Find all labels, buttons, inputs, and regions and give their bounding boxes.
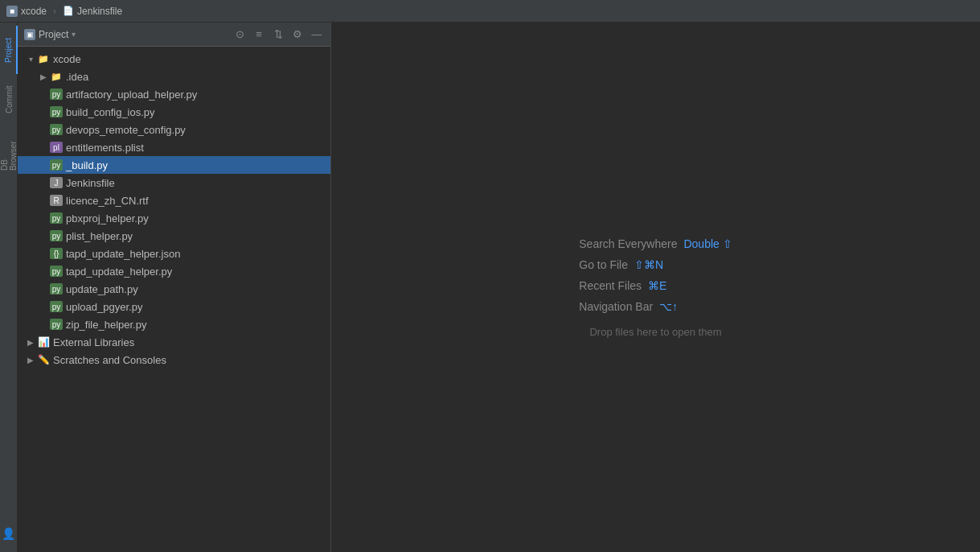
hint-shortcut-nav: ⌥↑ — [659, 300, 678, 313]
hint-label-recent: Recent Files — [579, 279, 642, 292]
title-bar-file-name: Jenkinsfile — [77, 6, 122, 17]
tree-item-upload-pgyer[interactable]: ▶ py upload_pgyer.py — [18, 298, 330, 315]
tree-item-tapd-py[interactable]: ▶ py tapd_update_helper.py — [18, 262, 330, 280]
folder-icon-xcode: 📁 — [37, 52, 50, 65]
title-bar-separator: › — [53, 6, 56, 17]
scratch-icon-scratches: ✏️ — [37, 353, 50, 366]
py-icon-update-path: py — [50, 283, 63, 295]
sidebar-icons: Project Commit DB Browser 👤 — [0, 23, 18, 552]
title-bar: ■ xcode › 📄 Jenkinsfile — [0, 0, 980, 23]
title-bar-file: 📄 Jenkinsfile — [63, 6, 122, 17]
settings-button[interactable]: ⚙ — [290, 27, 305, 42]
hint-shortcut-search: Double ⇧ — [683, 237, 732, 250]
panel-title-icon: ▣ — [24, 29, 35, 40]
file-name-upload-pgyer: upload_pgyer.py — [66, 301, 142, 313]
flatten-button[interactable]: ≡ — [252, 27, 266, 42]
tree-item-zip-helper[interactable]: ▶ py zip_file_helper.py — [18, 315, 330, 333]
hint-label-search: Search Everywhere — [579, 237, 677, 250]
sidebar-item-bottom[interactable]: 👤 — [0, 521, 18, 546]
arrow-xcode: ▾ — [24, 52, 37, 65]
file-tree: ▾ 📁 xcode ▶ 📁 .idea ▶ py artifactory_upl… — [18, 47, 330, 552]
hint-label-goto: Go to File — [579, 258, 628, 271]
title-bar-file-icon: 📄 — [63, 6, 74, 16]
file-name-external-libs: External Libraries — [53, 336, 134, 348]
file-name-pbxproj: pbxproj_helper.py — [66, 212, 149, 225]
panel-title: ▣ Project ▾ — [24, 29, 76, 40]
file-name-devops: devops_remote_config.py — [66, 124, 186, 136]
tree-item-update-path[interactable]: ▶ py update_path.py — [18, 280, 330, 298]
file-name-update-path: update_path.py — [66, 283, 138, 295]
project-window-icon: ■ — [6, 6, 18, 17]
tree-item-tapd-json[interactable]: ▶ {} tapd_update_helper.json — [18, 245, 330, 262]
project-panel-header: ▣ Project ▾ ⊙ ≡ ⇅ ⚙ — — [18, 23, 330, 47]
jenkins-icon-jenkinsfile: J — [50, 177, 63, 188]
file-name-build-config: build_config_ios.py — [66, 106, 155, 118]
project-panel: ▣ Project ▾ ⊙ ≡ ⇅ ⚙ — ▾ 📁 xcode — [18, 23, 331, 552]
py-icon-tapd: py — [50, 266, 63, 277]
hint-label-nav: Navigation Bar — [579, 300, 653, 313]
file-name-artifactory: artifactory_upload_helper.py — [66, 89, 197, 101]
sidebar-item-commit[interactable]: Commit — [0, 76, 18, 124]
tree-item-build-config[interactable]: ▶ py build_config_ios.py — [18, 103, 330, 121]
py-icon-zip-helper: py — [50, 319, 63, 330]
file-name-licence: licence_zh_CN.rtf — [66, 195, 149, 207]
panel-dropdown-arrow[interactable]: ▾ — [72, 30, 76, 39]
tree-item-plist-helper[interactable]: ▶ py plist_helper.py — [18, 227, 330, 245]
file-name-plist-helper: plist_helper.py — [66, 230, 133, 242]
title-bar-project: ■ xcode — [6, 6, 47, 17]
libs-icon-external: 📊 — [37, 336, 50, 348]
rtf-icon-licence: R — [50, 195, 63, 206]
py-icon-plist-helper: py — [50, 230, 63, 241]
editor-area: Search Everywhere Double ⇧ Go to File ⇧⌘… — [331, 23, 980, 552]
tree-item-licence[interactable]: ▶ R licence_zh_CN.rtf — [18, 192, 330, 209]
hint-recent-files: Recent Files ⌘E — [579, 279, 732, 292]
file-name-entitlements: entitlements.plist — [66, 142, 144, 154]
scope-button[interactable]: ⊙ — [232, 27, 247, 42]
arrow-external-libs: ▶ — [24, 336, 37, 348]
py-icon-upload-pgyer: py — [50, 301, 63, 312]
hint-navigation-bar: Navigation Bar ⌥↑ — [579, 300, 732, 313]
py-icon-build-config: py — [50, 106, 63, 117]
arrow-idea: ▶ — [37, 70, 50, 83]
main-layout: Project Commit DB Browser 👤 ▣ Project ▾ … — [0, 23, 980, 552]
file-name-zip-helper: zip_file_helper.py — [66, 319, 146, 331]
py-icon-devops: py — [50, 124, 63, 135]
file-name-scratches: Scratches and Consoles — [53, 354, 166, 366]
panel-header-actions: ⊙ ≡ ⇅ ⚙ — — [232, 27, 324, 42]
tree-item-artifactory[interactable]: ▶ py artifactory_upload_helper.py — [18, 85, 330, 103]
hint-shortcut-recent: ⌘E — [648, 279, 666, 292]
json-icon-tapd: {} — [50, 248, 63, 259]
editor-hints: Search Everywhere Double ⇧ Go to File ⇧⌘… — [579, 237, 732, 313]
tree-item-xcode[interactable]: ▾ 📁 xcode — [18, 50, 330, 68]
tree-item-idea[interactable]: ▶ 📁 .idea — [18, 68, 330, 85]
hint-go-to-file: Go to File ⇧⌘N — [579, 258, 732, 271]
tree-item-jenkinsfile[interactable]: ▶ J Jenkinsfile — [18, 174, 330, 192]
title-bar-project-name: xcode — [21, 6, 47, 17]
sidebar-item-db-browser[interactable]: DB Browser — [0, 126, 18, 174]
file-name-tapd-py: tapd_update_helper.py — [66, 266, 172, 278]
panel-title-label: Project — [39, 29, 68, 40]
tree-item-build-py[interactable]: ▶ py _build.py — [18, 156, 330, 174]
hint-shortcut-goto: ⇧⌘N — [634, 258, 663, 271]
file-name-idea: .idea — [66, 71, 88, 83]
file-name-jenkinsfile: Jenkinsfile — [66, 177, 115, 189]
hint-search-everywhere: Search Everywhere Double ⇧ — [579, 237, 732, 250]
tree-item-devops[interactable]: ▶ py devops_remote_config.py — [18, 121, 330, 138]
folder-icon-idea: 📁 — [50, 70, 63, 83]
py-icon-pbxproj: py — [50, 212, 63, 224]
file-name-build-py: _build.py — [66, 159, 108, 171]
close-panel-button[interactable]: — — [310, 27, 324, 42]
file-name-xcode: xcode — [53, 53, 81, 65]
py-icon-artifactory: py — [50, 89, 63, 100]
py-icon-build-py: py — [50, 159, 63, 171]
arrow-scratches: ▶ — [24, 353, 37, 366]
drop-hint: Drop files here to open them — [589, 326, 721, 338]
tree-item-entitlements[interactable]: ▶ pl entitlements.plist — [18, 138, 330, 156]
sidebar-item-project[interactable]: Project — [0, 26, 18, 74]
tree-item-pbxproj[interactable]: ▶ py pbxproj_helper.py — [18, 209, 330, 227]
file-name-tapd-json: tapd_update_helper.json — [66, 248, 180, 260]
sort-button[interactable]: ⇅ — [271, 27, 285, 42]
plist-icon-entitlements: pl — [50, 142, 63, 153]
tree-item-external-libs[interactable]: ▶ 📊 External Libraries — [18, 333, 330, 351]
tree-item-scratches[interactable]: ▶ ✏️ Scratches and Consoles — [18, 351, 330, 369]
